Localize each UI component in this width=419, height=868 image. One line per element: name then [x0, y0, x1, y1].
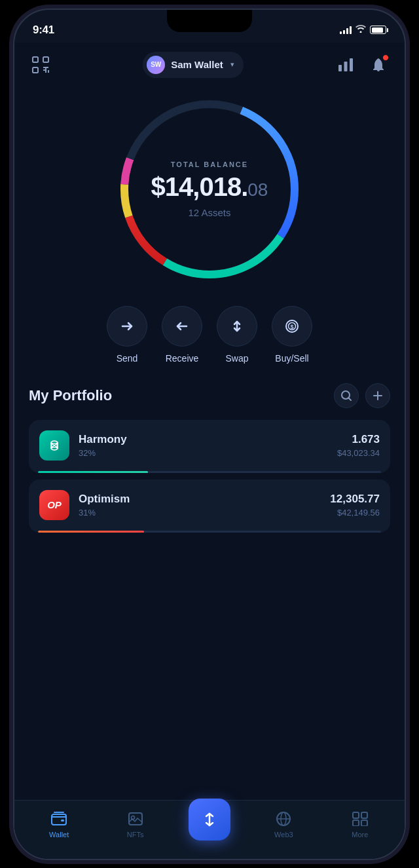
send-icon — [107, 306, 147, 347]
send-button[interactable]: Send — [107, 306, 147, 364]
status-time: 9:41 — [33, 24, 54, 37]
optimism-progress-bar — [38, 531, 381, 533]
optimism-usd: $42,149.56 — [330, 508, 380, 518]
optimism-info: Optimism 31% — [79, 493, 321, 518]
asset-row: Harmony 32% 1.673 $43,023.34 — [39, 430, 380, 471]
wallet-selector[interactable]: SW Sam Wallet ▾ — [143, 52, 243, 78]
harmony-info: Harmony 32% — [79, 433, 328, 458]
buysell-button[interactable]: $ Buy/Sell — [272, 306, 312, 364]
circle-wrapper: TOTAL BALANCE $14,018. 08 12 Assets — [111, 91, 308, 288]
balance-chart: TOTAL BALANCE $14,018. 08 12 Assets — [14, 85, 405, 301]
svg-rect-2 — [33, 67, 38, 73]
portfolio-actions — [334, 383, 390, 408]
portfolio-section: My Portfolio — [14, 377, 405, 533]
balance-cents: 08 — [247, 179, 268, 200]
balance-center: TOTAL BALANCE $14,018. 08 12 Assets — [151, 160, 268, 218]
svg-rect-46 — [353, 820, 359, 826]
balance-amount: $14,018. 08 — [151, 172, 268, 202]
harmony-progress-bar — [38, 471, 381, 473]
phone-shell: 9:41 — [13, 9, 406, 860]
web3-nav-icon — [275, 810, 292, 827]
swap-button[interactable]: Swap — [217, 306, 257, 364]
harmony-name: Harmony — [79, 433, 328, 446]
nav-nfts[interactable]: NFTs — [113, 810, 158, 839]
svg-text:$: $ — [290, 324, 293, 330]
svg-rect-38 — [129, 813, 142, 825]
wifi-icon — [355, 25, 366, 35]
notification-badge — [382, 54, 389, 61]
optimism-name: Optimism — [79, 493, 321, 506]
svg-rect-36 — [52, 814, 66, 825]
portfolio-title: My Portfolio — [29, 387, 112, 404]
optimism-progress-fill — [38, 531, 144, 533]
optimism-icon: OP — [39, 490, 69, 520]
center-action-button[interactable] — [189, 799, 230, 840]
asset-row: OP Optimism 31% 12,305.77 $42,149.56 — [39, 490, 380, 531]
header: SW Sam Wallet ▾ — [14, 43, 405, 85]
app-content: SW Sam Wallet ▾ — [14, 43, 405, 859]
svg-rect-1 — [43, 57, 48, 62]
web3-nav-label: Web3 — [274, 831, 293, 839]
nav-more[interactable]: More — [337, 810, 383, 839]
svg-line-23 — [349, 398, 352, 400]
portfolio-header: My Portfolio — [29, 383, 390, 408]
harmony-progress-fill — [38, 471, 148, 473]
chevron-down-icon: ▾ — [230, 60, 234, 69]
search-button[interactable] — [334, 383, 359, 408]
harmony-values: 1.673 $43,023.34 — [337, 433, 380, 458]
chart-icon[interactable] — [334, 53, 357, 77]
receive-button[interactable]: Receive — [162, 306, 202, 364]
optimism-amount: 12,305.77 — [330, 493, 380, 506]
balance-label: TOTAL BALANCE — [151, 160, 268, 168]
add-asset-button[interactable] — [365, 383, 390, 408]
battery-icon — [370, 26, 386, 34]
notification-button[interactable] — [367, 53, 390, 77]
buysell-icon: $ — [272, 306, 312, 347]
receive-label: Receive — [166, 353, 199, 364]
svg-rect-44 — [353, 812, 359, 818]
nav-web3[interactable]: Web3 — [261, 810, 306, 839]
send-label: Send — [117, 353, 138, 364]
svg-rect-0 — [33, 57, 38, 62]
signal-icon — [340, 26, 352, 34]
avatar: SW — [147, 56, 165, 74]
svg-rect-37 — [61, 820, 64, 821]
nfts-nav-icon — [127, 810, 144, 827]
balance-main: $14,018. — [151, 172, 248, 202]
more-nav-icon — [352, 810, 369, 827]
asset-item-harmony[interactable]: Harmony 32% 1.673 $43,023.34 — [29, 420, 390, 473]
more-nav-label: More — [352, 831, 368, 839]
bottom-nav: Wallet NFTs — [14, 800, 405, 859]
harmony-usd: $43,023.34 — [337, 448, 380, 458]
svg-rect-47 — [361, 820, 367, 826]
action-buttons: Send Receive — [14, 301, 405, 377]
svg-rect-8 — [344, 62, 348, 71]
swap-icon — [217, 306, 257, 347]
scan-icon[interactable] — [29, 53, 52, 77]
nav-wallet[interactable]: Wallet — [36, 810, 82, 839]
svg-rect-9 — [350, 58, 353, 71]
asset-item-optimism[interactable]: OP Optimism 31% 12,305.77 $42,149.56 — [29, 480, 390, 533]
header-right — [334, 53, 390, 77]
optimism-percent: 31% — [79, 508, 321, 518]
nfts-nav-label: NFTs — [127, 831, 144, 839]
status-icons — [340, 25, 386, 35]
swap-label: Swap — [225, 353, 248, 364]
svg-rect-45 — [361, 812, 367, 818]
harmony-amount: 1.673 — [337, 433, 380, 446]
wallet-nav-label: Wallet — [49, 831, 69, 839]
receive-icon — [162, 306, 202, 347]
notch — [167, 10, 252, 32]
optimism-values: 12,305.77 $42,149.56 — [330, 493, 380, 518]
harmony-percent: 32% — [79, 448, 328, 458]
assets-count: 12 Assets — [151, 207, 268, 218]
wallet-name: Sam Wallet — [171, 59, 223, 70]
svg-rect-7 — [338, 65, 342, 71]
buysell-label: Buy/Sell — [275, 353, 308, 364]
harmony-icon — [39, 430, 69, 461]
wallet-nav-icon — [50, 810, 67, 827]
